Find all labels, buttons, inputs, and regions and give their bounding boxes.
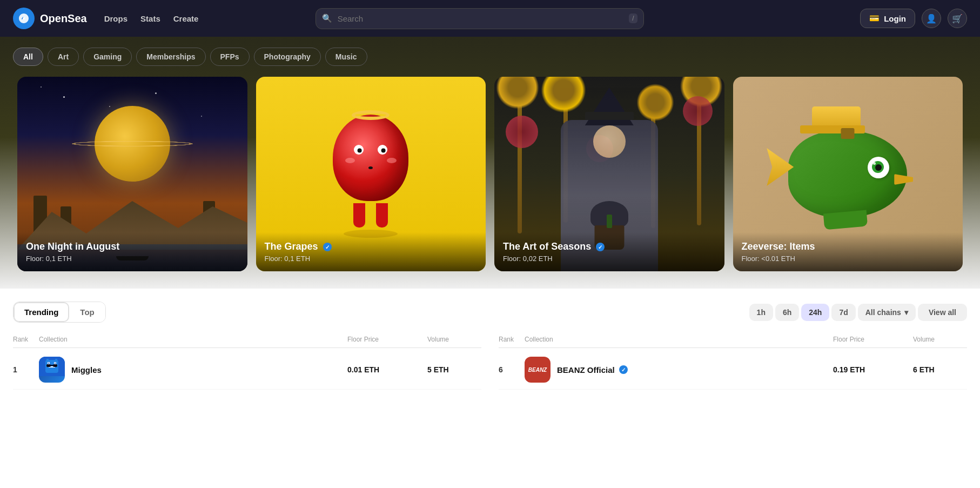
cat-tab-gaming[interactable]: Gaming	[83, 48, 132, 66]
left-table-headers: Rank Collection Floor Price Volume	[13, 331, 481, 348]
cat-tab-all[interactable]: All	[13, 48, 43, 66]
collection-name: Miggles	[71, 365, 102, 375]
nav-links: Drops Stats Create	[104, 14, 199, 23]
login-label: Login	[884, 14, 906, 23]
card-4-floor: Floor: <0.01 ETH	[742, 255, 955, 263]
chevron-down-icon: ▾	[904, 308, 908, 317]
right-rank-header: Rank	[499, 336, 520, 343]
rank-number: 6	[499, 365, 520, 374]
collection-avatar: BEANZ	[525, 357, 551, 383]
featured-card-4[interactable]: Zeeverse: Items Floor: <0.01 ETH	[733, 77, 963, 271]
time-btn-7d[interactable]: 7d	[831, 304, 855, 321]
cat-tab-pfps[interactable]: PFPs	[210, 48, 250, 66]
svg-rect-9	[55, 359, 57, 361]
right-table: Rank Collection Floor Price Volume 6 BEA…	[499, 331, 967, 390]
svg-rect-10	[46, 364, 51, 367]
floor-price: 0.01 ETH	[347, 365, 423, 374]
time-filters: 1h 6h 24h 7d All chains ▾ View all	[749, 304, 967, 321]
svg-rect-5	[48, 363, 49, 364]
left-table: Rank Collection Floor Price Volume 1	[13, 331, 481, 390]
collection-info: BEANZ BEANZ Official	[525, 357, 829, 383]
volume: 6 ETH	[913, 365, 967, 374]
trending-controls: Trending Top 1h 6h 24h 7d All chains ▾ V…	[13, 302, 967, 323]
cart-icon-button[interactable]: 🛒	[948, 9, 967, 28]
verified-badge-beanz	[619, 365, 628, 374]
verified-badge-3	[596, 243, 605, 251]
featured-card-2[interactable]: The Grapes Floor: 0,1 ETH	[256, 77, 486, 271]
search-bar: 🔍 /	[316, 8, 644, 29]
right-collection-header: Collection	[525, 336, 829, 343]
right-volume-header: Volume	[913, 336, 967, 343]
card-4-title: Zeeverse: Items	[742, 241, 955, 252]
profile-icon-button[interactable]: 👤	[922, 9, 941, 28]
cat-tab-art[interactable]: Art	[48, 48, 79, 66]
left-floor-header: Floor Price	[347, 336, 423, 343]
verified-badge-2	[323, 243, 332, 251]
featured-grid: One Night in August Floor: 0,1 ETH	[0, 77, 980, 271]
search-icon: 🔍	[322, 14, 332, 23]
card-1-floor: Floor: 0,1 ETH	[26, 255, 239, 263]
svg-text:BEANZ: BEANZ	[528, 367, 547, 373]
left-rank-header: Rank	[13, 336, 35, 343]
collection-info: Miggles	[39, 357, 343, 383]
login-button[interactable]: 💳 Login	[860, 9, 915, 28]
right-table-headers: Rank Collection Floor Price Volume	[499, 331, 967, 348]
login-icon: 💳	[869, 14, 880, 23]
right-floor-header: Floor Price	[833, 336, 909, 343]
time-btn-1h[interactable]: 1h	[749, 304, 773, 321]
tables-container: Rank Collection Floor Price Volume 1	[13, 331, 967, 390]
cat-tab-memberships[interactable]: Memberships	[136, 48, 205, 66]
cat-tab-music[interactable]: Music	[325, 48, 367, 66]
svg-rect-8	[46, 359, 49, 361]
card-2-title: The Grapes	[265, 241, 478, 252]
time-btn-24h[interactable]: 24h	[801, 304, 829, 321]
card-2-floor: Floor: 0,1 ETH	[265, 255, 478, 263]
trending-tab-group: Trending Top	[13, 302, 106, 323]
navbar: OpenSea Drops Stats Create 🔍 / 💳 Login 👤…	[0, 0, 980, 37]
table-row[interactable]: 1	[13, 350, 481, 390]
floor-price: 0.19 ETH	[833, 365, 909, 374]
card-4-overlay: Zeeverse: Items Floor: <0.01 ETH	[733, 232, 963, 271]
svg-point-0	[23, 17, 25, 19]
collection-avatar	[39, 357, 65, 383]
card-2-overlay: The Grapes Floor: 0,1 ETH	[256, 232, 486, 271]
rank-number: 1	[13, 365, 35, 374]
volume: 5 ETH	[427, 365, 481, 374]
collection-name: BEANZ Official	[557, 365, 628, 375]
featured-card-3[interactable]: The Art of Seasons Floor: 0,02 ETH	[494, 77, 724, 271]
card-3-floor: Floor: 0,02 ETH	[503, 255, 716, 263]
trending-section: Trending Top 1h 6h 24h 7d All chains ▾ V…	[0, 289, 980, 403]
cat-tab-photography[interactable]: Photography	[254, 48, 321, 66]
tab-top[interactable]: Top	[69, 302, 105, 322]
card-1-title: One Night in August	[26, 241, 239, 252]
view-all-button[interactable]: View all	[918, 304, 967, 321]
svg-rect-12	[51, 365, 53, 366]
hero-section: All Art Gaming Memberships PFPs Photogra…	[0, 37, 980, 289]
time-btn-6h[interactable]: 6h	[775, 304, 799, 321]
featured-card-1[interactable]: One Night in August Floor: 0,1 ETH	[17, 77, 247, 271]
category-tabs: All Art Gaming Memberships PFPs Photogra…	[0, 37, 980, 77]
nav-link-create[interactable]: Create	[173, 14, 199, 23]
chains-label: All chains	[865, 308, 901, 317]
logo[interactable]: OpenSea	[13, 8, 87, 29]
nav-link-stats[interactable]: Stats	[140, 14, 160, 23]
miggles-avatar-icon	[39, 357, 65, 376]
nav-actions: 💳 Login 👤 🛒	[860, 9, 967, 28]
nav-link-drops[interactable]: Drops	[104, 14, 127, 23]
logo-icon	[13, 8, 35, 29]
tab-trending[interactable]: Trending	[14, 302, 69, 322]
logo-text: OpenSea	[40, 12, 87, 25]
svg-rect-6	[55, 363, 56, 364]
chains-filter-button[interactable]: All chains ▾	[858, 304, 916, 321]
left-volume-header: Volume	[427, 336, 481, 343]
card-3-title: The Art of Seasons	[503, 241, 716, 252]
card-1-overlay: One Night in August Floor: 0,1 ETH	[17, 232, 247, 271]
search-shortcut: /	[629, 14, 637, 23]
left-collection-header: Collection	[39, 336, 343, 343]
svg-rect-11	[53, 364, 57, 367]
search-input[interactable]	[316, 8, 644, 29]
table-row[interactable]: 6 BEANZ BEANZ Official 0.19 ETH 6 ETH	[499, 350, 967, 390]
card-3-overlay: The Art of Seasons Floor: 0,02 ETH	[494, 232, 724, 271]
